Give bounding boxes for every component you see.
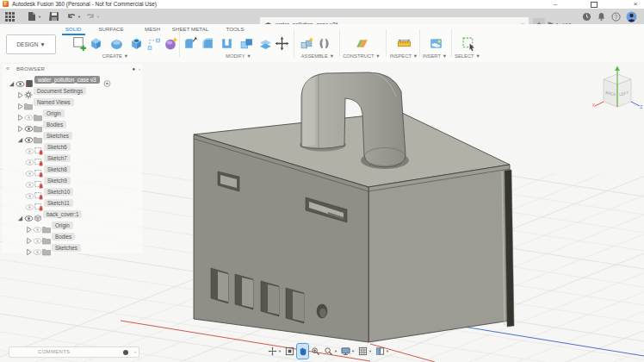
zoom-window-button[interactable]: ▼ [323, 344, 338, 359]
workspace-selector[interactable]: DESIGN ▼ [6, 34, 56, 54]
create-form-icon[interactable] [164, 36, 178, 51]
extrude-icon[interactable] [89, 36, 103, 51]
expander-collapsed-icon[interactable] [16, 98, 24, 106]
expander-collapsed-icon[interactable] [25, 244, 33, 252]
measure-icon[interactable] [397, 36, 412, 51]
window-title: Autodesk Fusion 360 (Personal - Not for … [12, 0, 157, 9]
group-label-select[interactable]: SELECT ▼ [442, 53, 493, 59]
undo-caret[interactable]: ▼ [77, 15, 81, 19]
visibility-eye-icon[interactable] [25, 177, 34, 184]
fit-button[interactable] [284, 344, 295, 359]
joint-icon[interactable] [317, 36, 331, 51]
browser-item-sketch10[interactable]: Sketch10 [3, 186, 142, 197]
browser-item-sketch7[interactable]: Sketch7 [3, 153, 142, 164]
revolve-icon[interactable] [109, 36, 124, 51]
visibility-eye-icon[interactable] [24, 210, 34, 218]
activate-component-radio[interactable] [102, 76, 113, 84]
expander-expanded-icon[interactable] [16, 210, 24, 218]
visibility-eye-icon[interactable] [33, 244, 42, 252]
tab-tools[interactable]: TOOLS [222, 25, 248, 34]
visibility-eye-icon[interactable] [24, 121, 34, 128]
visibility-eye-icon[interactable] [33, 222, 42, 229]
browser-item-sketches[interactable]: Sketches [3, 242, 142, 253]
visibility-eye-icon[interactable] [24, 132, 34, 140]
visibility-eye-icon[interactable] [25, 143, 34, 151]
expander-collapsed-icon[interactable] [25, 222, 33, 229]
browser-item-origin[interactable]: Origin [3, 108, 142, 119]
browser-item-sketch8[interactable]: Sketch8 [3, 164, 142, 175]
visibility-eye-icon[interactable] [25, 188, 34, 196]
expander-collapsed-icon[interactable] [16, 121, 24, 128]
expander-collapsed-icon[interactable] [25, 233, 33, 240]
collapse-panel-icon[interactable]: « [6, 64, 9, 74]
browser-item-back-cover-1[interactable]: back_cover:1 [3, 209, 142, 220]
select-icon[interactable] [461, 36, 476, 51]
tab-solid[interactable]: SOLID [60, 25, 86, 34]
orbit-button[interactable]: ▼ [267, 344, 282, 359]
maximize-button[interactable] [591, 2, 598, 8]
browser-item-sketch9[interactable]: Sketch9 [3, 175, 142, 186]
insert-image-icon[interactable] [429, 36, 443, 51]
construction-plane-icon[interactable] [355, 36, 369, 51]
browser-item-named-views[interactable]: Named Views [3, 97, 142, 108]
ribbon-toolbar: DESIGN ▼ SOLID SURFACE MESH SHEET METAL … [0, 24, 644, 63]
expander-collapsed-icon[interactable] [16, 109, 24, 117]
group-label-modify[interactable]: MODIFY ▼ [213, 53, 264, 59]
help-icon[interactable]: ? [611, 12, 621, 22]
comments-bar[interactable]: COMMENTS › [9, 346, 139, 358]
hole-icon[interactable] [129, 36, 144, 51]
sketch-icon [34, 199, 44, 208]
browser-item-water-pollution-case-v3[interactable]: water_pollution_case v3 [3, 74, 142, 85]
shell-icon[interactable] [220, 36, 234, 51]
visibility-eye-icon[interactable] [24, 109, 34, 117]
visibility-eye-icon[interactable] [33, 233, 42, 240]
browser-item-document-settings[interactable]: Document Settings [3, 85, 142, 97]
comments-expand-icon[interactable]: › [134, 347, 136, 357]
browser-item-bodies[interactable]: Bodies [3, 231, 142, 242]
combine-icon[interactable] [239, 36, 254, 51]
create-sketch-icon[interactable] [71, 36, 86, 51]
visibility-eye-icon[interactable] [25, 199, 34, 207]
notifications-bell-icon[interactable] [597, 12, 606, 22]
redo-icon[interactable] [85, 11, 96, 22]
visibility-eye-icon[interactable] [25, 154, 34, 162]
display-settings-button[interactable]: ▼ [340, 344, 356, 359]
redo-caret[interactable]: ▼ [96, 15, 100, 19]
tab-mesh[interactable]: MESH [139, 25, 165, 34]
group-label-create[interactable]: CREATE ▼ [90, 53, 141, 59]
tab-surface[interactable]: SURFACE [95, 25, 127, 34]
viewports-button[interactable]: ▼ [375, 344, 390, 359]
undo-icon[interactable] [66, 11, 77, 22]
pan-button[interactable] [297, 344, 308, 359]
tab-sheet-metal[interactable]: SHEET METAL [170, 25, 210, 34]
zoom-button[interactable] [310, 344, 321, 359]
browser-item-bodies[interactable]: Bodies [3, 119, 142, 130]
expander-collapsed-icon[interactable] [16, 87, 24, 95]
visibility-eye-icon[interactable] [15, 76, 25, 84]
panel-chevron-icon[interactable]: › [139, 64, 140, 74]
browser-item-sketch11[interactable]: Sketch11 [3, 197, 142, 209]
fillet-icon[interactable] [201, 36, 215, 51]
user-avatar[interactable] [626, 11, 637, 22]
close-button[interactable]: × [630, 0, 641, 9]
grid-snaps-button[interactable]: ▼ [357, 344, 373, 359]
job-status-icon[interactable] [582, 12, 591, 22]
browser-item-sketches[interactable]: Sketches [3, 130, 142, 141]
new-component-icon[interactable] [300, 36, 314, 51]
split-icon[interactable] [258, 36, 273, 51]
press-pull-icon[interactable] [183, 36, 197, 51]
data-panel-icon[interactable] [4, 11, 15, 22]
save-icon[interactable] [49, 11, 59, 22]
panel-options-icon[interactable]: ● [132, 64, 135, 74]
visibility-eye-icon[interactable] [25, 165, 34, 173]
3d-viewport[interactable]: BACK LEFT X Z « BROWSER ● › water_pollut… [0, 62, 644, 362]
titlebar: F Autodesk Fusion 360 (Personal - Not fo… [0, 0, 644, 9]
move-copy-icon[interactable] [275, 36, 289, 51]
minimize-button[interactable]: – [550, 0, 560, 9]
viewcube[interactable]: BACK LEFT X Z [591, 66, 644, 121]
pattern-icon[interactable] [146, 36, 161, 51]
expander-expanded-icon[interactable] [16, 132, 24, 140]
file-menu-caret[interactable]: ▼ [38, 15, 41, 19]
expander-expanded-icon[interactable] [8, 76, 15, 84]
file-menu-icon[interactable] [27, 11, 37, 22]
